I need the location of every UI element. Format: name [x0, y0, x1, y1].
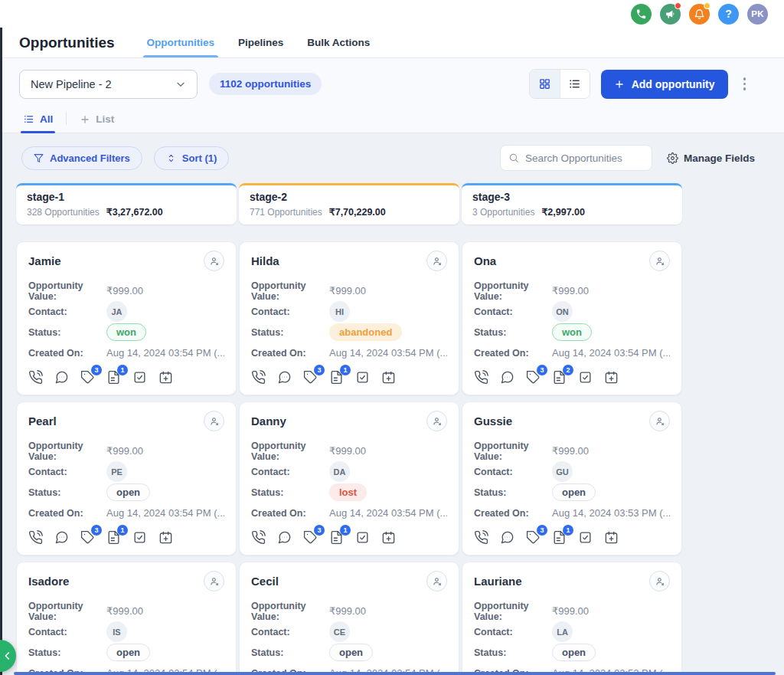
call-icon[interactable]: [251, 370, 266, 385]
grid-view-button[interactable]: [530, 70, 560, 98]
tags-icon[interactable]: 3: [80, 530, 95, 545]
stage-summary: 771 Opportunities ₹7,70,229.00: [250, 206, 449, 218]
conversation-icon[interactable]: [54, 370, 69, 385]
advanced-filters-button[interactable]: Advanced Filters: [21, 146, 142, 170]
assign-owner-button[interactable]: [426, 411, 447, 431]
tasks-icon[interactable]: [578, 530, 593, 545]
dialer-button[interactable]: [631, 4, 652, 25]
notes-icon[interactable]: 1: [552, 530, 567, 545]
opportunity-card[interactable]: Pearl Opportunity Value: ₹999.00 Contact…: [16, 401, 237, 555]
tags-icon[interactable]: 3: [80, 370, 95, 385]
stage-header[interactable]: stage-3 3 Opportunities ₹2,997.00: [462, 183, 682, 224]
list-view-button[interactable]: [560, 70, 590, 98]
sort-button[interactable]: Sort (1): [154, 146, 230, 170]
help-button[interactable]: ?: [718, 4, 739, 25]
contact-initials-badge[interactable]: GU: [552, 461, 573, 482]
field-row-status: Status: open: [28, 482, 224, 503]
tags-icon[interactable]: 3: [526, 370, 541, 385]
notes-icon[interactable]: 1: [106, 530, 121, 545]
contact-initials-badge[interactable]: DA: [329, 461, 350, 482]
opportunity-name: Lauriane: [474, 571, 522, 588]
call-icon[interactable]: [251, 530, 266, 545]
field-label: Contact:: [251, 627, 329, 637]
tags-icon[interactable]: 3: [526, 530, 541, 545]
calendar-plus-icon-glyph: [158, 530, 173, 545]
assign-owner-button[interactable]: [426, 571, 447, 591]
opportunity-card[interactable]: Danny Opportunity Value: ₹999.00 Contact…: [239, 401, 459, 555]
contact-initials-badge[interactable]: PE: [106, 461, 127, 482]
notes-icon[interactable]: 1: [106, 370, 121, 385]
stage-header[interactable]: stage-1 328 Opportunities ₹3,27,672.00: [16, 183, 237, 224]
appointment-icon[interactable]: [604, 370, 619, 385]
view-toggle: [529, 69, 590, 99]
tab-pipelines[interactable]: Pipelines: [238, 28, 283, 57]
assign-owner-button[interactable]: [204, 571, 224, 591]
tasks-icon[interactable]: [132, 370, 147, 385]
notes-icon[interactable]: 2: [552, 370, 567, 385]
announcements-button[interactable]: [660, 4, 681, 25]
opportunity-card[interactable]: Hilda Opportunity Value: ₹999.00 Contact…: [239, 241, 459, 395]
opportunity-card[interactable]: Jamie Opportunity Value: ₹999.00 Contact…: [16, 241, 237, 395]
conversation-icon[interactable]: [277, 530, 292, 545]
tags-icon[interactable]: 3: [303, 370, 318, 385]
tab-new-list[interactable]: List: [77, 113, 116, 133]
contact-initials-badge[interactable]: JA: [106, 301, 127, 322]
notes-icon[interactable]: 1: [329, 530, 344, 545]
tasks-icon[interactable]: [578, 370, 593, 385]
appointment-icon[interactable]: [158, 370, 173, 385]
opportunity-card[interactable]: Cecil Opportunity Value: ₹999.00 Contact…: [239, 562, 459, 675]
assign-owner-button[interactable]: [649, 571, 670, 591]
more-options-button[interactable]: [739, 73, 751, 95]
opportunity-card[interactable]: Isadore Opportunity Value: ₹999.00 Conta…: [16, 562, 237, 675]
tab-all-label: All: [40, 113, 53, 125]
calendar-plus-icon-glyph: [604, 370, 619, 385]
assign-owner-button[interactable]: [426, 251, 447, 271]
tab-all[interactable]: All: [21, 113, 55, 133]
conversation-icon[interactable]: [54, 530, 69, 545]
tab-opportunities[interactable]: Opportunities: [147, 28, 215, 57]
assign-owner-button[interactable]: [649, 251, 670, 271]
contact-initials-badge[interactable]: CE: [329, 621, 350, 642]
tasks-icon[interactable]: [132, 530, 147, 545]
contact-initials-badge[interactable]: HI: [329, 301, 350, 322]
opportunity-count-badge[interactable]: 1102 opportunities: [209, 73, 322, 95]
card-header: Hilda: [251, 251, 447, 271]
manage-fields-button[interactable]: Manage Fields: [667, 152, 755, 164]
call-icon[interactable]: [28, 370, 43, 385]
created-on-value: Aug 14, 2024 03:54 PM (...: [106, 507, 224, 519]
notes-icon[interactable]: 1: [329, 370, 344, 385]
tasks-icon[interactable]: [355, 530, 370, 545]
search-input[interactable]: [525, 152, 644, 164]
user-avatar[interactable]: PK: [747, 4, 768, 25]
assign-owner-button[interactable]: [204, 411, 224, 431]
pipeline-select[interactable]: New Pipeline - 2: [19, 70, 198, 99]
tags-icon[interactable]: 3: [303, 530, 318, 545]
conversation-icon[interactable]: [500, 530, 514, 545]
contact-initials-badge[interactable]: IS: [106, 621, 127, 642]
contact-initials-badge[interactable]: LA: [552, 621, 573, 642]
notifications-button[interactable]: [689, 4, 710, 25]
conversation-icon[interactable]: [277, 370, 292, 385]
contact-initials-badge[interactable]: ON: [552, 301, 573, 322]
assign-owner-button[interactable]: [649, 411, 670, 431]
assign-owner-button[interactable]: [204, 251, 224, 271]
horizontal-scrollbar[interactable]: [14, 672, 776, 675]
opportunity-card[interactable]: Lauriane Opportunity Value: ₹999.00 Cont…: [462, 562, 682, 675]
appointment-icon[interactable]: [381, 530, 396, 545]
appointment-icon[interactable]: [158, 530, 173, 545]
appointment-icon[interactable]: [381, 370, 396, 385]
opportunity-card[interactable]: Gussie Opportunity Value: ₹999.00 Contac…: [462, 401, 682, 555]
conversation-icon[interactable]: [500, 370, 514, 385]
page-title: Opportunities: [19, 34, 115, 51]
tab-bulk-actions[interactable]: Bulk Actions: [307, 28, 370, 57]
stage-header[interactable]: stage-2 771 Opportunities ₹7,70,229.00: [239, 183, 459, 224]
tasks-icon[interactable]: [355, 370, 370, 385]
call-icon[interactable]: [474, 370, 488, 385]
field-label: Created On:: [28, 348, 106, 359]
appointment-icon[interactable]: [604, 530, 619, 545]
field-label: Status:: [474, 647, 552, 658]
call-icon[interactable]: [28, 530, 43, 545]
add-opportunity-button[interactable]: Add opportunity: [601, 70, 728, 99]
call-icon[interactable]: [474, 530, 488, 545]
opportunity-card[interactable]: Ona Opportunity Value: ₹999.00 Contact: …: [462, 241, 682, 395]
